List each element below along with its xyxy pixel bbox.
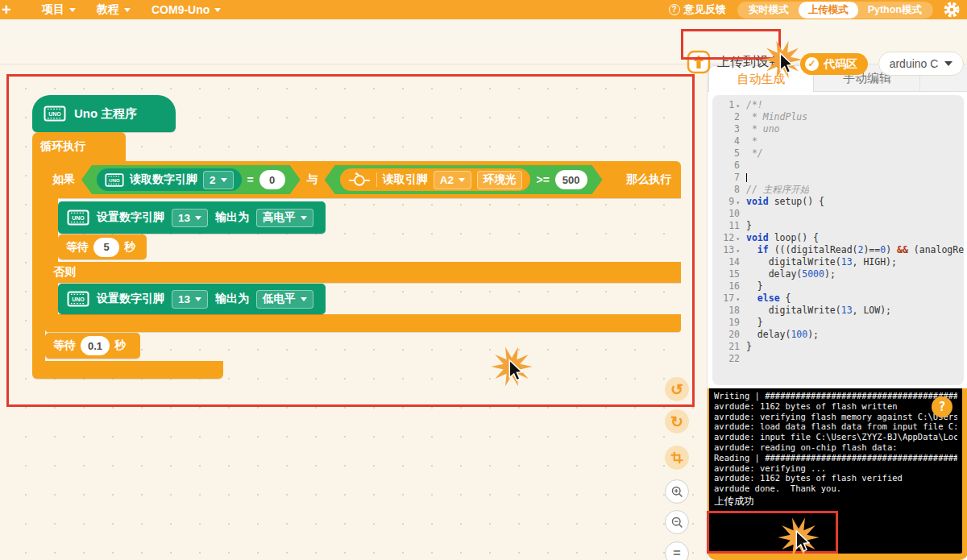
pin-value: A2 <box>440 174 454 186</box>
value-input[interactable]: 0 <box>259 170 285 189</box>
sensor-mode-value: 环境光 <box>484 172 517 187</box>
chevron-down-icon <box>221 178 227 182</box>
undo-icon: ↺ <box>670 380 683 399</box>
zoom-out-icon <box>670 516 684 529</box>
code-line: 22 <box>712 353 964 365</box>
wait-value-input[interactable]: 5 <box>93 238 119 257</box>
menu-tutorial-label: 教程 <box>97 2 119 17</box>
pin-dropdown[interactable]: A2 <box>434 171 471 189</box>
block-loop-left-arm[interactable] <box>32 161 45 361</box>
mindplus-window: + 项目 教程 COM9-Uno ? 意见反馈 实时模式 上传模式 Python… <box>0 0 967 560</box>
analog-read-label: 读取引脚 <box>383 172 428 187</box>
code-line: 3 * uno <box>712 123 964 135</box>
pin-dropdown[interactable]: 13 <box>172 290 208 309</box>
chevron-down-icon <box>195 297 201 301</box>
code-area-toggle-button[interactable]: ✓ 代码区 <box>800 53 868 75</box>
block-set-pin-low[interactable]: UNO 设置数字引脚 13 输出为 低电平 <box>58 284 326 314</box>
menubar: + 项目 教程 COM9-Uno ? 意见反馈 实时模式 上传模式 Python… <box>0 0 967 19</box>
code-line: 21} <box>712 341 964 353</box>
code-line: 20 delay(100); <box>712 329 964 341</box>
set-pin-label: 设置数字引脚 <box>97 292 164 306</box>
mode-switcher: 实时模式 上传模式 Python模式 <box>737 2 933 19</box>
code-line: 13▾ if (((digitalRead(2)==0) && (analogR… <box>712 244 964 256</box>
mode-realtime[interactable]: 实时模式 <box>739 2 799 19</box>
menu-project[interactable]: 项目 <box>42 2 76 17</box>
block-if-condition-row[interactable]: 如果 UNO 读取数字引脚 2 = 0 与 <box>45 161 681 198</box>
code-line: 14 digitalWrite(13, HIGH); <box>712 256 964 268</box>
zoom-out-button[interactable] <box>665 510 689 534</box>
mode-upload[interactable]: 上传模式 <box>799 2 858 19</box>
terminal-line: Writing | ##############################… <box>714 391 957 401</box>
reporter-digital-read[interactable]: UNO 读取数字引脚 2 <box>97 168 242 191</box>
block-loop-forever[interactable]: 循环执行 <box>32 132 126 161</box>
upload-terminal[interactable]: Writing | ##############################… <box>708 388 967 560</box>
block-loop-bottom-arm[interactable] <box>32 361 223 379</box>
reset-zoom-icon: = <box>673 546 680 560</box>
wait-value-input[interactable]: 0.1 <box>81 336 110 355</box>
menu-tutorial[interactable]: 教程 <box>97 2 131 17</box>
block-uno-main-program[interactable]: UNO Uno 主程序 <box>32 95 176 132</box>
code-line: 8// 主程序开始 <box>712 184 964 196</box>
code-line: 15 delay(5000); <box>712 268 964 280</box>
code-panel: 自动生成 手动编辑 1▾/*!2 * MindPlus3 * uno4 *5 *… <box>707 64 967 560</box>
question-circle-icon: ? <box>669 4 680 15</box>
svg-text:UNO: UNO <box>109 177 120 182</box>
language-selector-dropdown[interactable]: arduino C <box>878 52 964 76</box>
block-else-bar[interactable]: 否则 <box>45 262 681 283</box>
zoom-in-icon <box>670 485 684 499</box>
divider <box>376 172 377 187</box>
terminal-line: avrdude: verifying flash memory against … <box>714 412 957 422</box>
question-icon: ? <box>938 400 945 414</box>
toolbar: 上传到设备 ✓ 代码区 arduino C <box>0 19 967 64</box>
mode-python[interactable]: Python模式 <box>858 2 932 19</box>
menu-serial-port[interactable]: COM9-Uno <box>151 3 221 16</box>
terminal-line: avrdude: reading on-chip flash data: <box>714 442 957 453</box>
value-input[interactable]: 500 <box>555 170 587 189</box>
pin-dropdown[interactable]: 2 <box>203 171 234 189</box>
block-wait-01s[interactable]: 等待 0.1 秒 <box>45 333 140 359</box>
zoom-in-button[interactable] <box>665 479 689 504</box>
block-else-left-arm[interactable] <box>45 283 58 314</box>
chevron-down-icon <box>301 297 307 301</box>
pin-value: 13 <box>178 293 190 305</box>
code-line: 17▾ else { <box>712 292 964 305</box>
code-line: 11} <box>712 220 964 232</box>
if-label: 如果 <box>52 172 75 187</box>
sensor-mode-field[interactable]: 环境光 <box>477 171 523 189</box>
language-selector-value: arduino C <box>890 57 939 70</box>
pin-dropdown[interactable]: 13 <box>172 209 208 227</box>
chevron-down-icon <box>69 8 76 12</box>
block-canvas[interactable]: UNO Uno 主程序 循环执行 如果 UNO 读取数字引脚 2 <box>0 64 707 560</box>
pin-value: 2 <box>210 174 216 186</box>
settings-gear-icon[interactable] <box>943 1 961 19</box>
screenshot-button[interactable] <box>665 446 689 470</box>
block-if-left-arm[interactable] <box>45 198 58 262</box>
uno-board-icon: UNO <box>105 172 124 188</box>
loop-label: 循环执行 <box>40 139 85 154</box>
block-set-pin-high[interactable]: UNO 设置数字引脚 13 输出为 高电平 <box>58 201 326 234</box>
pin-value: 13 <box>178 212 190 224</box>
terminal-help-button[interactable]: ? <box>932 396 952 417</box>
chevron-down-icon <box>944 61 952 66</box>
block-wait-5s[interactable]: 等待 5 秒 <box>58 234 147 259</box>
mindplus-logo-icon[interactable]: + <box>2 1 21 19</box>
code-line: 10 <box>712 208 964 220</box>
undo-button[interactable]: ↺ <box>665 377 689 401</box>
set-pin-label: 设置数字引脚 <box>97 210 164 225</box>
level-value: 低电平 <box>263 292 296 306</box>
feedback-button[interactable]: ? 意见反馈 <box>669 2 726 17</box>
reset-zoom-button[interactable]: = <box>665 541 689 560</box>
gte-operator: >= <box>536 173 549 186</box>
level-dropdown[interactable]: 低电平 <box>256 290 313 309</box>
level-dropdown[interactable]: 高电平 <box>256 209 313 227</box>
block-if-bottom-arm[interactable] <box>45 314 681 332</box>
and-label: 与 <box>307 172 318 187</box>
boolean-greater-equal-block[interactable]: 读取引脚 A2 环境光 >= 500 <box>325 165 603 194</box>
reporter-analog-read[interactable]: 读取引脚 A2 环境光 <box>340 168 531 191</box>
terminal-line: avrdude done. Thank you. <box>714 483 957 494</box>
boolean-equals-block[interactable]: UNO 读取数字引脚 2 = 0 <box>81 165 301 194</box>
code-editor[interactable]: 1▾/*!2 * MindPlus3 * uno4 *5 */678// 主程序… <box>712 95 964 385</box>
redo-button[interactable]: ↻ <box>665 409 689 433</box>
upload-to-device-button[interactable]: 上传到设备 <box>687 50 782 74</box>
else-label: 否则 <box>53 265 76 280</box>
